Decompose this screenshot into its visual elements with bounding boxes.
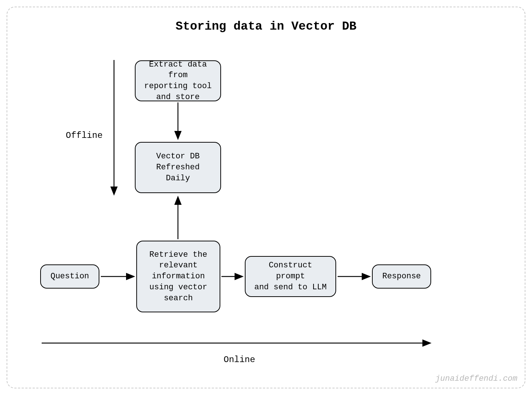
box-question-text: Question: [50, 271, 89, 282]
box-vector-db: Vector DBRefreshed Daily: [135, 142, 221, 193]
online-label: Online: [224, 355, 255, 365]
box-retrieve-text: Retrieve therelevantinformationusing vec…: [149, 249, 207, 304]
box-construct-text: Construct promptand send to LLM: [253, 260, 328, 293]
attribution-text: junaideffendi.com: [436, 374, 517, 383]
diagram-frame: [7, 7, 525, 388]
offline-label: Offline: [66, 131, 103, 140]
box-vectordb-text: Vector DBRefreshed Daily: [143, 151, 213, 184]
box-extract-text: Extract data fromreporting tooland store: [143, 59, 213, 103]
diagram-title: Storing data in Vector DB: [0, 20, 532, 33]
box-extract-data: Extract data fromreporting tooland store: [135, 60, 221, 101]
box-response-text: Response: [382, 271, 421, 282]
box-response: Response: [372, 264, 431, 289]
box-construct: Construct promptand send to LLM: [245, 256, 336, 297]
box-retrieve: Retrieve therelevantinformationusing vec…: [136, 241, 220, 312]
box-question: Question: [40, 264, 99, 289]
